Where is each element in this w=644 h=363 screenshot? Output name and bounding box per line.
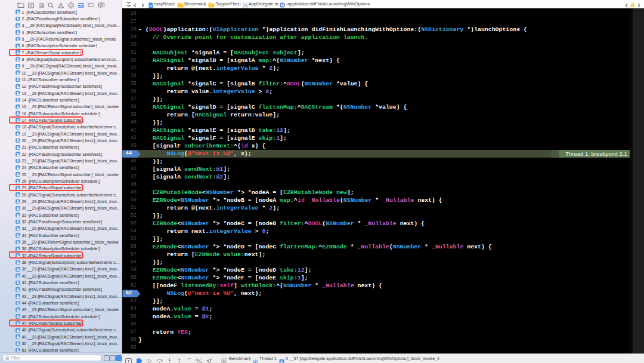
svg-text:M: M xyxy=(280,3,283,7)
